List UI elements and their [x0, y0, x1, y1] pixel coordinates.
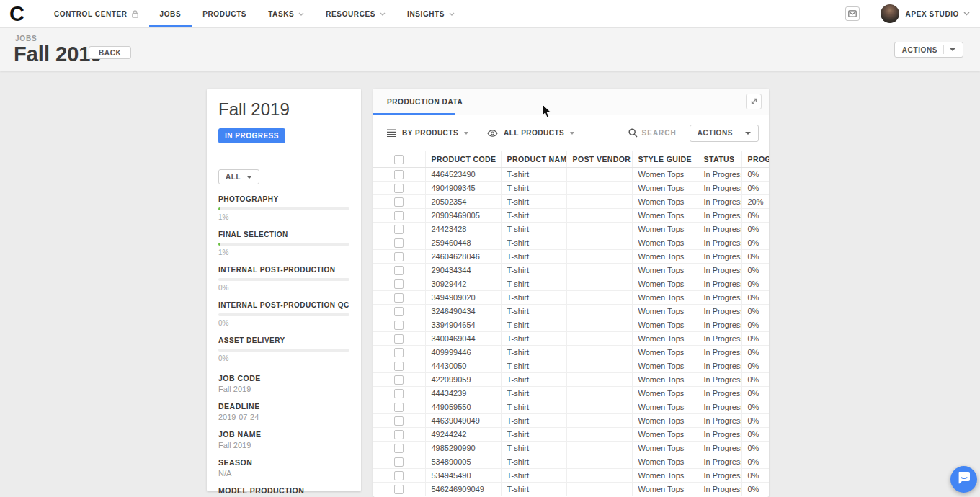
- table-row[interactable]: 534890005T-shirtWomen TopsIn Progress0%: [373, 455, 769, 469]
- table-row[interactable]: 44430050T-shirtWomen TopsIn Progress0%: [373, 359, 769, 373]
- cell-style-guide: Women Tops: [632, 264, 698, 277]
- table-row[interactable]: 49244242T-shirtWomen TopsIn Progress0%: [373, 428, 769, 442]
- cell-style-guide: Women Tops: [632, 195, 698, 209]
- nav-item-tasks[interactable]: TASKS: [257, 0, 315, 27]
- row-checkbox[interactable]: [394, 266, 404, 275]
- table-row[interactable]: 3494909020T-shirtWomen TopsIn Progress0%: [373, 291, 769, 305]
- row-checkbox-cell: [373, 373, 425, 387]
- nav-item-resources[interactable]: RESOURCES: [315, 0, 396, 27]
- table-row[interactable]: 20909469005T-shirtWomen TopsIn Progress0…: [373, 209, 769, 223]
- table-row[interactable]: 30929442T-shirtWomen TopsIn Progress0%: [373, 277, 769, 291]
- table-row[interactable]: 44434239T-shirtWomen TopsIn Progress0%: [373, 387, 769, 400]
- row-checkbox[interactable]: [394, 307, 404, 316]
- cell-style-guide: Women Tops: [632, 277, 698, 291]
- detail-value: Fall 2019: [218, 441, 349, 449]
- detail-label: DEADLINE: [218, 402, 349, 411]
- table-row[interactable]: 290434344T-shirtWomen TopsIn Progress0%: [373, 264, 769, 277]
- nav-item-jobs[interactable]: JOBS: [149, 0, 192, 27]
- progress-bar: [218, 349, 349, 352]
- table-row[interactable]: 4985290990T-shirtWomen TopsIn Progress0%: [373, 442, 769, 455]
- chevron-down-icon: [464, 132, 468, 135]
- avatar[interactable]: [881, 4, 899, 23]
- table-row[interactable]: 259460448T-shirtWomen TopsIn Progress0%: [373, 236, 769, 250]
- column-header-product-name[interactable]: PRODUCT NAME: [501, 151, 566, 168]
- table-row[interactable]: 546246909049T-shirtWomen TopsIn Progress…: [373, 483, 769, 496]
- row-checkbox[interactable]: [394, 252, 404, 261]
- row-checkbox[interactable]: [394, 362, 404, 371]
- tab-production-data[interactable]: PRODUCTION DATA: [387, 98, 463, 106]
- row-checkbox[interactable]: [394, 457, 404, 467]
- group-by-dropdown[interactable]: BY PRODUCTS: [387, 129, 468, 137]
- table-row[interactable]: 4904909345T-shirtWomen TopsIn Progress0%: [373, 182, 769, 195]
- row-checkbox[interactable]: [394, 293, 404, 303]
- column-header-post-vendor[interactable]: POST VENDOR: [566, 151, 632, 168]
- table-row[interactable]: 24423428T-shirtWomen TopsIn Progress0%: [373, 223, 769, 236]
- nav-item-control-center[interactable]: CONTROL CENTER: [43, 0, 149, 27]
- chat-launcher[interactable]: [950, 466, 977, 493]
- column-header-product-code[interactable]: PRODUCT CODE: [425, 151, 501, 168]
- row-checkbox-cell: [373, 442, 425, 455]
- chevron-down-icon: [298, 12, 304, 16]
- account-name[interactable]: APEX STUDIO: [906, 10, 959, 18]
- table-row[interactable]: 4464523490T-shirtWomen TopsIn Progress0%: [373, 168, 769, 182]
- job-summary-panel: Fall 2019 IN PROGRESS ALL PHOTOGRAPHY1%F…: [207, 89, 361, 491]
- cell-style-guide: Women Tops: [632, 209, 698, 223]
- table-row[interactable]: 3246490434T-shirtWomen TopsIn Progress0%: [373, 305, 769, 318]
- cell-progress: 0%: [741, 469, 769, 483]
- row-checkbox[interactable]: [394, 403, 404, 412]
- cell-product-name: T-shirt: [501, 428, 566, 442]
- cell-product-name: T-shirt: [501, 250, 566, 264]
- row-checkbox[interactable]: [394, 238, 404, 248]
- detail-label: JOB CODE: [218, 374, 349, 382]
- visibility-dropdown[interactable]: ALL PRODUCTS: [487, 129, 574, 137]
- cell-product-code: 290434344: [425, 264, 501, 277]
- filter-dropdown[interactable]: ALL: [218, 169, 259, 184]
- chevron-down-icon[interactable]: [963, 12, 970, 16]
- nav-item-insights[interactable]: INSIGHTS: [396, 0, 466, 27]
- row-checkbox[interactable]: [394, 389, 404, 398]
- table-actions-button[interactable]: ACTIONS: [690, 125, 759, 142]
- page-actions-button[interactable]: ACTIONS: [894, 42, 963, 58]
- table-row[interactable]: 3394904654T-shirtWomen TopsIn Progress0%: [373, 318, 769, 332]
- table-row[interactable]: 449059550T-shirtWomen TopsIn Progress0%: [373, 400, 769, 414]
- expand-button[interactable]: [746, 94, 762, 109]
- progress-label: ASSET DELIVERY: [218, 336, 349, 344]
- row-checkbox[interactable]: [394, 211, 404, 220]
- table-row[interactable]: 422099059T-shirtWomen TopsIn Progress0%: [373, 373, 769, 387]
- cell-progress: 0%: [741, 182, 769, 195]
- select-all-checkbox[interactable]: [394, 155, 404, 164]
- nav-item-products[interactable]: PRODUCTS: [192, 0, 257, 27]
- row-checkbox[interactable]: [394, 348, 404, 357]
- table-header-row: PRODUCT CODEPRODUCT NAMEPOST VENDORSTYLE…: [373, 151, 769, 168]
- inbox-button[interactable]: [845, 6, 860, 21]
- cell-product-code: 24423428: [425, 223, 501, 236]
- row-checkbox[interactable]: [394, 375, 404, 385]
- row-checkbox[interactable]: [394, 184, 404, 193]
- row-checkbox[interactable]: [394, 170, 404, 179]
- table-row[interactable]: 534945490T-shirtWomen TopsIn Progress0%: [373, 469, 769, 483]
- table-row[interactable]: 409999446T-shirtWomen TopsIn Progress0%: [373, 346, 769, 359]
- table-row[interactable]: 20502354T-shirtWomen TopsIn Progress20%: [373, 195, 769, 209]
- row-checkbox[interactable]: [394, 444, 404, 453]
- column-header-style-guide[interactable]: STYLE GUIDE: [632, 151, 698, 168]
- row-checkbox[interactable]: [394, 225, 404, 234]
- row-checkbox[interactable]: [394, 334, 404, 344]
- table-row[interactable]: 24604628046T-shirtWomen TopsIn Progress0…: [373, 250, 769, 264]
- row-checkbox[interactable]: [394, 485, 404, 494]
- app-logo[interactable]: C: [0, 0, 33, 27]
- cell-style-guide: Women Tops: [632, 469, 698, 483]
- row-checkbox[interactable]: [394, 279, 404, 289]
- row-checkbox[interactable]: [394, 471, 404, 480]
- table-row[interactable]: 44639049049T-shirtWomen TopsIn Progress0…: [373, 414, 769, 428]
- back-button[interactable]: BACK: [89, 46, 131, 59]
- row-checkbox[interactable]: [394, 416, 404, 426]
- row-checkbox[interactable]: [394, 197, 404, 207]
- cell-product-name: T-shirt: [501, 318, 566, 332]
- row-checkbox[interactable]: [394, 430, 404, 439]
- search-control[interactable]: SEARCH: [628, 128, 677, 138]
- table-row[interactable]: 3400469044T-shirtWomen TopsIn Progress0%: [373, 332, 769, 346]
- table-body: 4464523490T-shirtWomen TopsIn Progress0%…: [373, 168, 769, 496]
- column-header-progress[interactable]: PROGRESS: [741, 151, 769, 168]
- column-header-status[interactable]: STATUS: [698, 151, 741, 168]
- row-checkbox[interactable]: [394, 321, 404, 330]
